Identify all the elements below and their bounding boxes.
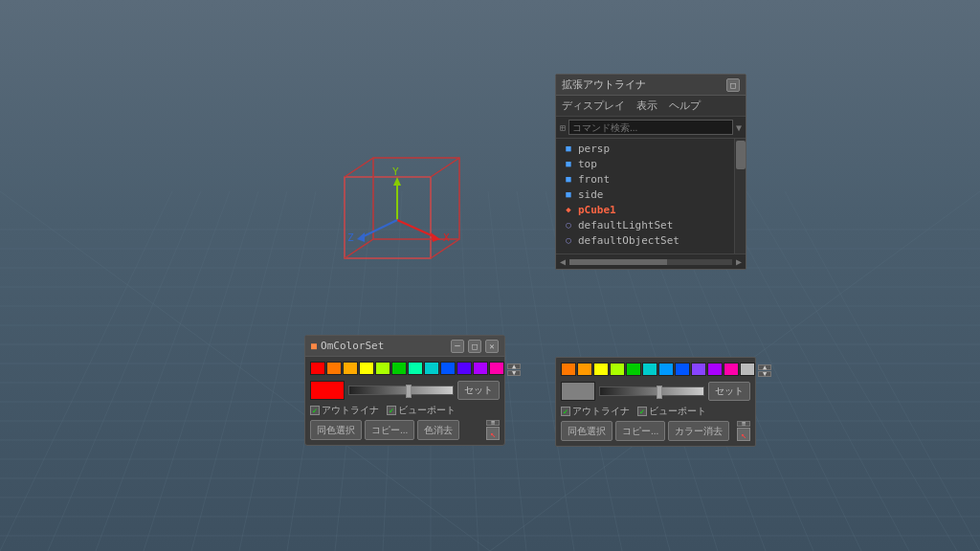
delete-btn[interactable]: 色消去 bbox=[417, 420, 459, 440]
tree-item-pcube1[interactable]: ◆ pCube1 bbox=[556, 202, 746, 217]
dialog-title: ■ OmColorSet bbox=[311, 340, 384, 352]
right-viewport-checkbox[interactable]: ✓ bbox=[637, 407, 647, 416]
right-viewport-label: ビューポート bbox=[649, 405, 706, 418]
tree-item-label: persp bbox=[578, 143, 610, 155]
swatch-purple[interactable] bbox=[473, 362, 488, 375]
svg-rect-41 bbox=[345, 177, 431, 258]
menu-display[interactable]: ディスプレイ bbox=[562, 99, 625, 113]
scrollbar-thumb bbox=[736, 141, 746, 169]
r-swatch-cyan[interactable] bbox=[642, 363, 657, 376]
right-pointer-icon: ↖ bbox=[737, 428, 750, 441]
swatch-scroll: ▲ ▼ bbox=[507, 364, 521, 376]
swatch-orange[interactable] bbox=[326, 362, 342, 375]
swatch-cyan[interactable] bbox=[424, 362, 439, 375]
minimize-btn[interactable]: ─ bbox=[451, 340, 464, 353]
outliner-search-bar: ⊞ ▼ bbox=[556, 117, 746, 139]
outline-label: アウトライナ bbox=[322, 404, 379, 417]
tree-item-defaultobjectset[interactable]: ○ defaultObjectSet bbox=[556, 232, 746, 248]
right-viewport-checkbox-item[interactable]: ✓ ビューポート bbox=[637, 405, 706, 418]
scroll-right-icon[interactable]: ▶ bbox=[736, 256, 742, 267]
swatch-cyan-green[interactable] bbox=[408, 362, 423, 375]
tree-item-label: top bbox=[578, 158, 597, 170]
outline-checkbox-item[interactable]: ✓ アウトライナ bbox=[310, 404, 379, 417]
r-swatch-violet[interactable] bbox=[691, 363, 706, 376]
right-set-button[interactable]: セット bbox=[708, 382, 750, 401]
search-dropdown-icon[interactable]: ▼ bbox=[736, 122, 742, 133]
right-delete-btn[interactable]: カラー消去 bbox=[668, 421, 729, 441]
r-swatch-green[interactable] bbox=[626, 363, 641, 376]
swatch-red[interactable] bbox=[310, 362, 325, 375]
tree-item-label: defaultObjectSet bbox=[578, 234, 679, 247]
right-outline-label: アウトライナ bbox=[572, 405, 630, 418]
right-selected-color[interactable] bbox=[561, 382, 595, 401]
set-button[interactable]: セット bbox=[457, 381, 500, 400]
r-swatch-blue[interactable] bbox=[675, 363, 690, 376]
r-swatch-scroll-down[interactable]: ▼ bbox=[758, 371, 771, 377]
swatch-blue-purple[interactable] bbox=[457, 362, 472, 375]
dialog-icon: ■ bbox=[311, 341, 317, 351]
viewport-checkbox[interactable]: ✓ bbox=[387, 406, 396, 415]
svg-line-49 bbox=[397, 220, 435, 237]
outliner-panel: 拡張アウトライナ □ ディスプレイ 表示 ヘルプ ⊞ ▼ ■ persp ■ t… bbox=[555, 74, 746, 270]
scroll-left-icon[interactable]: ◀ bbox=[560, 256, 566, 267]
right-same-color-btn[interactable]: 同色選択 bbox=[561, 421, 612, 441]
tree-item-front[interactable]: ■ front bbox=[556, 171, 746, 187]
same-color-btn[interactable]: 同色選択 bbox=[310, 420, 362, 440]
maximize-btn[interactable]: □ bbox=[468, 340, 481, 353]
r-swatch-orange[interactable] bbox=[561, 363, 576, 376]
swatch-scroll-down[interactable]: ▼ bbox=[507, 370, 521, 376]
search-input[interactable] bbox=[568, 120, 733, 135]
right-checkbox-row: ✓ アウトライナ ✓ ビューポート bbox=[561, 405, 750, 418]
set-icon: ○ bbox=[562, 233, 575, 247]
right-outline-checkbox-item[interactable]: ✓ アウトライナ bbox=[561, 405, 630, 418]
right-outline-checkbox[interactable]: ✓ bbox=[561, 407, 570, 416]
color-slider[interactable] bbox=[348, 386, 454, 395]
r-swatch-ygreen[interactable] bbox=[610, 363, 625, 376]
tree-item-persp[interactable]: ■ persp bbox=[556, 141, 746, 156]
svg-text:Z: Z bbox=[347, 231, 354, 244]
outliner-titlebar: 拡張アウトライナ □ bbox=[556, 75, 746, 96]
swatch-yellow-green[interactable] bbox=[375, 362, 390, 375]
right-list-scroll[interactable]: ≡ bbox=[737, 421, 750, 427]
outliner-scrollbar[interactable] bbox=[734, 139, 746, 253]
color-row: セット bbox=[310, 381, 500, 400]
action-buttons: 同色選択 コピー... 色消去 ≡ ↖ bbox=[310, 420, 500, 440]
r-swatch-amber[interactable] bbox=[577, 363, 592, 376]
r-swatch-yellow[interactable] bbox=[593, 363, 609, 376]
right-copy-btn[interactable]: コピー... bbox=[615, 421, 665, 441]
r-swatch-pink[interactable] bbox=[724, 363, 739, 376]
right-color-slider[interactable] bbox=[599, 386, 704, 396]
selected-color-swatch[interactable] bbox=[310, 381, 345, 400]
tree-item-top[interactable]: ■ top bbox=[556, 156, 746, 171]
dialog-controls: ─ □ ✕ bbox=[451, 340, 499, 353]
r-swatch-skyblue[interactable] bbox=[658, 363, 674, 376]
close-btn[interactable]: ✕ bbox=[485, 340, 499, 353]
camera-icon: ■ bbox=[562, 157, 575, 170]
tree-item-defaultlightset[interactable]: ○ defaultLightSet bbox=[556, 217, 746, 232]
outliner-title: 拡張アウトライナ bbox=[562, 77, 646, 92]
grid: Y X Z bbox=[0, 0, 980, 551]
r-swatch-purple[interactable] bbox=[707, 363, 723, 376]
swatch-yellow[interactable] bbox=[359, 362, 374, 375]
viewport-checkbox-item[interactable]: ✓ ビューポート bbox=[387, 404, 456, 417]
r-swatch-light[interactable] bbox=[740, 363, 755, 376]
menu-view[interactable]: 表示 bbox=[636, 99, 657, 113]
camera-icon: ■ bbox=[562, 142, 575, 155]
outline-checkbox[interactable]: ✓ bbox=[310, 406, 320, 415]
tree-item-side[interactable]: ■ side bbox=[556, 187, 746, 202]
viewport[interactable]: Y X Z bbox=[0, 0, 980, 551]
svg-line-44 bbox=[431, 158, 459, 177]
menu-help[interactable]: ヘルプ bbox=[669, 99, 701, 113]
right-slider-thumb bbox=[657, 386, 662, 399]
swatch-blue[interactable] bbox=[440, 362, 456, 375]
swatch-pink[interactable] bbox=[489, 362, 504, 375]
svg-text:Y: Y bbox=[392, 165, 399, 178]
swatch-yellow-orange[interactable] bbox=[343, 362, 358, 375]
list-scroll-up[interactable]: ≡ bbox=[486, 420, 500, 426]
copy-btn[interactable]: コピー... bbox=[365, 420, 414, 440]
outliner-close-btn[interactable]: □ bbox=[726, 78, 740, 92]
swatch-green[interactable] bbox=[391, 362, 407, 375]
svg-line-51 bbox=[362, 220, 397, 237]
outliner-tree: ■ persp ■ top ■ front ■ side ◆ pCube1 ○ … bbox=[556, 139, 746, 253]
om-colorset-dialog: ■ OmColorSet ─ □ ✕ bbox=[304, 335, 505, 446]
